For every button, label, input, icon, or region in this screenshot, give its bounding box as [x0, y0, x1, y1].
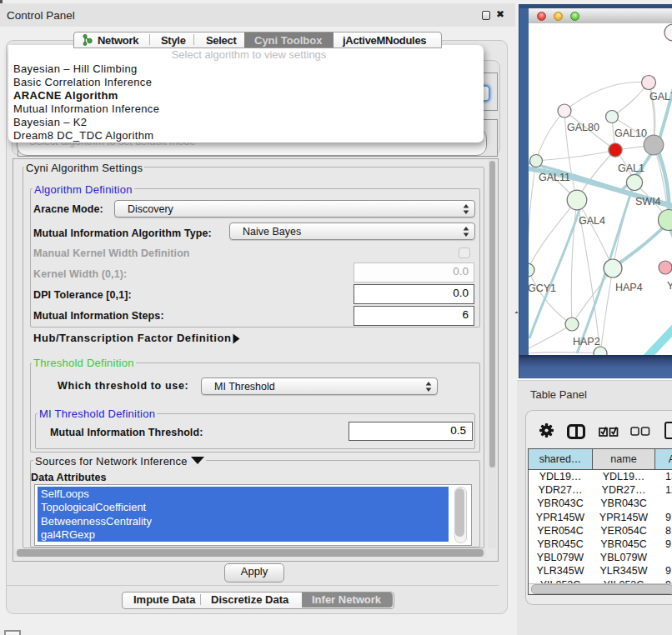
- svg-text:YJ: YJ: [667, 280, 672, 292]
- svg-text:GAL1: GAL1: [618, 162, 644, 174]
- svg-text:GAL11: GAL11: [539, 172, 570, 183]
- svg-text:HAP2: HAP2: [573, 336, 600, 348]
- svg-text:GAL10: GAL10: [614, 128, 647, 139]
- svg-text:HAP4: HAP4: [615, 282, 643, 293]
- svg-text:SWI4: SWI4: [635, 196, 661, 208]
- svg-text:GAL4: GAL4: [579, 215, 605, 227]
- svg-text:GAL80: GAL80: [567, 122, 599, 133]
- svg-text:GAL7: GAL7: [649, 91, 672, 102]
- svg-text:GCY1: GCY1: [529, 282, 556, 294]
